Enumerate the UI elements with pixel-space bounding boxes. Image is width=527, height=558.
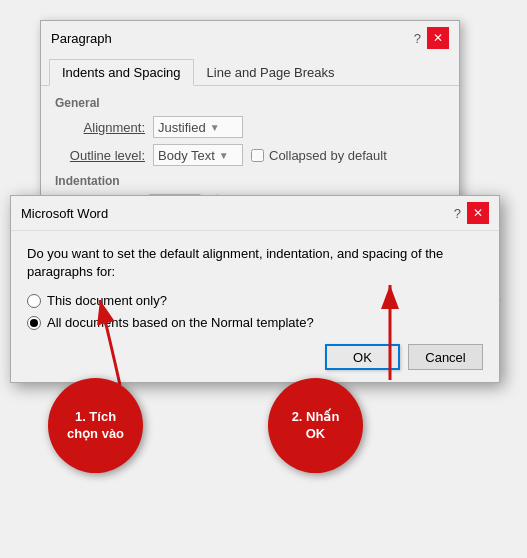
word-help-icon[interactable]: ?: [454, 206, 461, 221]
close-button[interactable]: ✕: [427, 27, 449, 49]
collapsed-checkbox-row: Collapsed by default: [251, 148, 387, 163]
radio-this-document: This document only?: [27, 293, 483, 308]
alignment-label: Alignment:: [55, 120, 145, 135]
paragraph-titlebar: Paragraph ? ✕: [41, 21, 459, 55]
outline-label: Outline level:: [55, 148, 145, 163]
indentation-label: Indentation: [55, 174, 445, 188]
annotation-text-1: 1. Tíchchọn vào: [67, 409, 124, 443]
word-question: Do you want to set the default alignment…: [27, 245, 483, 281]
help-icon[interactable]: ?: [414, 31, 421, 46]
word-titlebar-icons: ? ✕: [454, 202, 489, 224]
word-title: Microsoft Word: [21, 206, 108, 221]
radio-all-documents-dot: [30, 319, 38, 327]
word-cancel-button[interactable]: Cancel: [408, 344, 483, 370]
radio-all-documents-label: All documents based on the Normal templa…: [47, 315, 314, 330]
paragraph-title: Paragraph: [51, 31, 112, 46]
word-close-button[interactable]: ✕: [467, 202, 489, 224]
word-ok-button[interactable]: OK: [325, 344, 400, 370]
word-buttons: OK Cancel: [27, 344, 483, 370]
word-titlebar: Microsoft Word ? ✕: [11, 196, 499, 231]
radio-this-document-input[interactable]: [27, 294, 41, 308]
alignment-row: Alignment: Justified ▼: [55, 116, 445, 138]
radio-all-documents: All documents based on the Normal templa…: [27, 315, 483, 330]
radio-all-documents-input[interactable]: [27, 316, 41, 330]
dialog-tabs: Indents and Spacing Line and Page Breaks: [41, 59, 459, 86]
word-content: Do you want to set the default alignment…: [11, 231, 499, 382]
collapsed-label: Collapsed by default: [269, 148, 387, 163]
outline-dropdown-arrow: ▼: [219, 150, 229, 161]
tab-indents-spacing[interactable]: Indents and Spacing: [49, 59, 194, 86]
outline-select[interactable]: Body Text ▼: [153, 144, 243, 166]
outline-row: Outline level: Body Text ▼ Collapsed by …: [55, 144, 445, 166]
annotation-text-2: 2. NhấnOK: [292, 409, 340, 443]
alignment-dropdown-arrow: ▼: [210, 122, 220, 133]
word-dialog: Microsoft Word ? ✕ Do you want to set th…: [10, 195, 500, 383]
general-section-label: General: [55, 96, 445, 110]
annotation-circle-2: 2. NhấnOK: [268, 378, 363, 473]
alignment-select[interactable]: Justified ▼: [153, 116, 243, 138]
radio-this-document-label: This document only?: [47, 293, 167, 308]
titlebar-icons: ? ✕: [414, 27, 449, 49]
tab-line-page-breaks[interactable]: Line and Page Breaks: [194, 59, 348, 86]
collapsed-checkbox[interactable]: [251, 149, 264, 162]
annotation-circle-1: 1. Tíchchọn vào: [48, 378, 143, 473]
